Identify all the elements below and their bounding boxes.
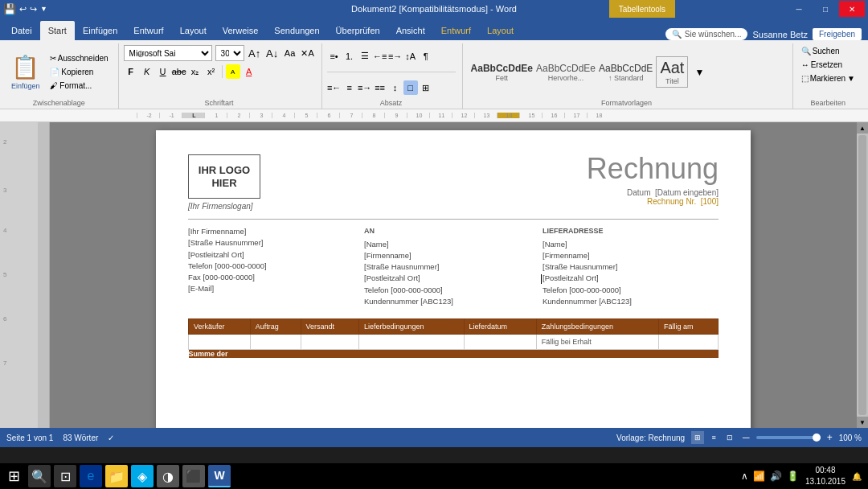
recipient-city[interactable]: [Postleitzahl Ort] (364, 273, 540, 284)
taskbar-app1[interactable]: ⬛ (182, 465, 205, 487)
scroll-thumb[interactable] (858, 135, 866, 415)
taskbar-media[interactable]: ◑ (157, 465, 179, 487)
notifications-button[interactable]: 🔔 (852, 472, 862, 481)
cell-auftrag[interactable] (250, 335, 301, 350)
strikethrough-button[interactable]: abc (172, 64, 186, 79)
search-box[interactable]: 🔍 Sie wünschen... (665, 28, 748, 40)
view-page-button[interactable]: ⊞ (691, 431, 704, 444)
bold-button[interactable]: F (124, 64, 138, 79)
undo-icon[interactable]: ↩ (19, 4, 27, 14)
shading-button[interactable]: □ (403, 80, 418, 95)
replace-button[interactable]: ↔ Ersetzen (798, 59, 845, 71)
taskbar-search[interactable]: 🔍 (28, 465, 51, 487)
tab-ueberprufen[interactable]: Überprüfen (328, 21, 388, 40)
scrollbar-right[interactable]: ▲ ▼ (857, 122, 868, 428)
maximize-button[interactable]: □ (813, 1, 838, 17)
font-increase-button[interactable]: A↑ (248, 46, 262, 60)
decrease-indent-button[interactable]: ←≡ (373, 49, 387, 64)
align-right-button[interactable]: ≡→ (358, 80, 372, 95)
recipient-customer[interactable]: Kundennummer [ABC123] (364, 296, 540, 307)
scroll-up-button[interactable]: ▲ (857, 122, 868, 134)
superscript-button[interactable]: x² (204, 64, 219, 79)
cell-verkaeufer[interactable] (189, 335, 251, 350)
sender-email[interactable]: [E-Mail] (188, 283, 364, 294)
sender-street[interactable]: [Straße Hausnummer] (188, 237, 364, 249)
format-painter-button[interactable]: 🖌 Format... (47, 80, 112, 92)
align-left-button[interactable]: ≡← (327, 80, 342, 95)
style-titel[interactable]: Aat Titel (656, 56, 688, 88)
word-page[interactable]: IHR LOGO HIER [Ihr Firmenslogan] Rechnun… (156, 130, 751, 428)
table-row[interactable]: Fällig bei Erhalt (189, 335, 719, 350)
underline-button[interactable]: U (156, 64, 170, 79)
logo-box[interactable]: IHR LOGO HIER (188, 154, 260, 199)
tab-datei[interactable]: Datei (3, 21, 40, 40)
proofread-icon[interactable]: ✓ (108, 434, 114, 442)
numbering-button[interactable]: 1. (342, 49, 357, 64)
zoom-out-button[interactable]: ─ (743, 432, 750, 443)
rechnung-value[interactable]: [100] (701, 197, 719, 206)
align-center-button[interactable]: ≡ (342, 80, 357, 95)
delivery-name[interactable]: [Name] (542, 239, 719, 250)
doc-title[interactable]: Rechnung (587, 154, 719, 183)
sender-name[interactable]: [Ihr Firmenname] (188, 226, 364, 237)
tab-ansicht[interactable]: Ansicht (388, 21, 433, 40)
tab-start[interactable]: Start (40, 21, 75, 40)
tray-volume[interactable]: 🔊 (770, 471, 782, 482)
delivery-city[interactable]: [Postleitzahl Ort] (542, 273, 719, 284)
zoom-thumb[interactable] (813, 434, 821, 442)
highlight-button[interactable]: A (226, 64, 240, 79)
taskbar-task-view[interactable]: ⊡ (54, 465, 76, 487)
font-size-select[interactable]: 30 (215, 45, 244, 61)
tab-entwurf[interactable]: Entwurf (125, 21, 171, 40)
view-draft-button[interactable]: ⊡ (723, 431, 736, 444)
redo-icon[interactable]: ↪ (30, 4, 37, 14)
start-button[interactable]: ⊞ (3, 466, 25, 487)
cell-lieferdatum[interactable] (464, 335, 536, 350)
increase-indent-button[interactable]: ≡→ (388, 49, 403, 64)
cell-lieferbedingungen[interactable] (358, 335, 464, 350)
zoom-in-button[interactable]: + (827, 432, 833, 443)
cell-versandt[interactable] (301, 335, 358, 350)
delivery-customer[interactable]: Kundennummer [ABC123] (542, 296, 719, 307)
sender-fax[interactable]: Fax [000-000-0000] (188, 272, 364, 283)
clock[interactable]: 00:48 13.10.2015 (805, 465, 845, 487)
taskbar-edge[interactable]: ◈ (131, 465, 154, 487)
tab-layout2[interactable]: Layout (479, 21, 522, 40)
sender-city[interactable]: [Postleitzahl Ort] (188, 249, 364, 261)
tray-arrow[interactable]: ∧ (741, 471, 748, 482)
subscript-button[interactable]: x₂ (188, 64, 203, 79)
font-color-button[interactable]: A (242, 64, 256, 79)
cell-zahlungsbedingungen[interactable]: Fällig bei Erhalt (536, 335, 658, 350)
sender-phone[interactable]: Telefon [000-000-0000] (188, 261, 364, 272)
style-standard[interactable]: AaBbCcDdE ↑ Standard (599, 63, 653, 82)
show-marks-button[interactable]: ¶ (419, 49, 433, 64)
delivery-street[interactable]: [Straße Hausnummer] (542, 261, 719, 273)
cut-button[interactable]: ✂ Ausschneiden (47, 52, 112, 64)
taskbar-ie[interactable]: e (80, 465, 102, 487)
tab-einfuegen[interactable]: Einfügen (75, 21, 125, 40)
style-hervor[interactable]: AaBbCcDdEe Hervorhe... (536, 63, 596, 82)
copy-button[interactable]: 📄 Kopieren (47, 66, 112, 78)
tab-entwurf2[interactable]: Entwurf (433, 21, 479, 40)
clear-format-button[interactable]: ✕A (301, 46, 315, 60)
styles-more-button[interactable]: ▼ (691, 65, 707, 80)
scroll-down-button[interactable]: ▼ (857, 417, 868, 428)
zoom-slider[interactable] (756, 436, 821, 439)
tab-sendungen[interactable]: Sendungen (266, 21, 327, 40)
select-button[interactable]: ⬚ Markieren▼ (798, 72, 858, 84)
line-spacing-button[interactable]: ↕ (388, 80, 403, 95)
cell-faellig[interactable] (659, 335, 719, 350)
style-fett[interactable]: AaBbCcDdEe Fett (471, 63, 533, 82)
tab-layout[interactable]: Layout (172, 21, 215, 40)
search-button[interactable]: 🔍 Suchen (798, 45, 843, 57)
sort-button[interactable]: ↕A (403, 49, 418, 64)
close-button[interactable]: ✕ (839, 1, 865, 17)
document-area[interactable]: ⊕ IHR LOGO HIER [Ihr Firmenslogan] Rechn… (50, 122, 857, 428)
italic-button[interactable]: K (140, 64, 154, 79)
window-controls[interactable]: ─ □ ✕ (786, 1, 865, 17)
font-case-button[interactable]: Aa (283, 46, 297, 60)
recipient-company[interactable]: [Firmenname] (364, 250, 540, 261)
minimize-button[interactable]: ─ (786, 1, 812, 17)
taskbar-word[interactable]: W (208, 465, 231, 487)
view-outline-button[interactable]: ≡ (707, 431, 720, 444)
